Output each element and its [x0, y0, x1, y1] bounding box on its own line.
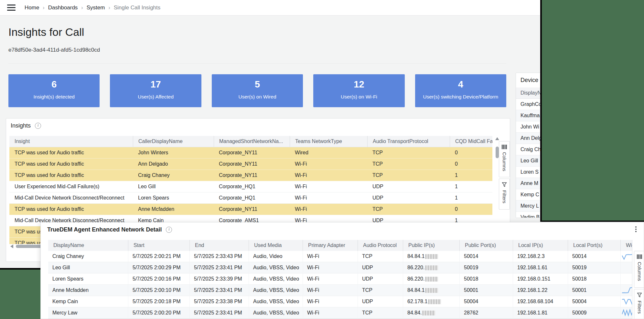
cell: 28762: [459, 307, 513, 319]
column-header[interactable]: Local IP(s): [513, 240, 568, 251]
cell: Corporate_NY11: [214, 170, 290, 181]
scrollbar-thumb[interactable]: [496, 147, 499, 158]
cell: Mercy Law: [48, 307, 128, 319]
column-header[interactable]: CallerDisplayName: [133, 136, 214, 147]
breadcrumb-separator-icon: ›: [81, 5, 83, 11]
column-header[interactable]: Teams NetworkType: [290, 136, 367, 147]
cell: TCP was used for Audio traffic: [9, 159, 133, 170]
column-header[interactable]: CQD MidCall Failu: [450, 136, 492, 147]
cell: UDP: [367, 192, 450, 204]
cell: 5/7/2025 2:33:41 PM: [189, 262, 249, 273]
column-header[interactable]: Audio TransportProtocol: [367, 136, 450, 147]
cell: Craig Chaney: [48, 251, 128, 262]
panel-title: TrueDEM Agent Enhanced Network Detail: [47, 226, 162, 233]
column-header[interactable]: Local Port(s): [568, 240, 620, 251]
cell: User Experienced Mid-Call Failure(s): [9, 181, 133, 192]
table-row[interactable]: Anne Mcfadden5/7/2025 2:00:10 PM5/7/2025…: [48, 285, 632, 296]
cell: UDP: [358, 262, 403, 273]
cell-public-ip: 84.84.1: [403, 251, 459, 262]
table-row[interactable]: Mid-Call Device Network Disconnect/Recon…: [9, 192, 492, 204]
cell: TCP: [367, 170, 450, 181]
panel-header: TrueDEM Agent Enhanced Network Detail i: [47, 226, 172, 233]
cell: Wi-Fi: [290, 192, 367, 204]
cell: Mid-Call Device Network Disconnect/Recon…: [9, 192, 133, 204]
table-row[interactable]: Craig Chaney5/7/2025 2:00:21 PM5/7/2025 …: [48, 251, 632, 262]
column-header[interactable]: Wi-F: [620, 240, 632, 251]
info-icon[interactable]: i: [35, 123, 41, 129]
table-side-rail: Columns Filters: [499, 141, 510, 210]
menu-button[interactable]: [7, 5, 16, 11]
table-row[interactable]: User Experienced Mid-Call Failure(s)Leo …: [9, 181, 492, 192]
info-icon[interactable]: i: [166, 227, 172, 233]
cell: Ann Delgado: [133, 159, 214, 170]
cell: 5/7/2025 2:33:41 PM: [189, 285, 249, 296]
panel-menu-button[interactable]: [632, 225, 640, 233]
cell: 50001: [568, 285, 620, 296]
table-row[interactable]: TCP was used for Audio trafficJohn Winte…: [9, 147, 492, 159]
column-header[interactable]: Audio Protocol: [358, 240, 403, 251]
table-row[interactable]: Kemp Cain5/7/2025 2:00:18 PM5/7/2025 2:3…: [48, 296, 632, 307]
stat-card-value: 6: [8, 78, 100, 90]
wifi-sparkline: [622, 286, 632, 295]
cell: 50009: [568, 307, 620, 319]
column-header[interactable]: DisplayName: [48, 240, 128, 251]
cell: TCP: [358, 285, 403, 296]
table-row[interactable]: TCP was used for Audio trafficCraig Chan…: [9, 170, 492, 181]
cell: Audio, VBSS, Video: [249, 285, 303, 296]
cell: 5/7/2025 2:00:20 PM: [128, 307, 189, 319]
cell: Wi-Fi: [303, 251, 358, 262]
column-header[interactable]: End: [189, 240, 249, 251]
cell: Audio, VBSS, Video: [249, 296, 303, 307]
filters-button-label: Filters: [502, 190, 507, 203]
stat-card: 17User(s) Affected: [110, 74, 201, 107]
cell: Wi-Fi: [290, 159, 367, 170]
breadcrumb-current-page: Single Call Insights: [114, 5, 161, 11]
redacted-ip-pixelation: [425, 265, 438, 270]
columns-icon: [502, 145, 507, 149]
cell: 0: [450, 204, 492, 215]
cell: Anne Mcfadden: [133, 204, 214, 215]
table-row[interactable]: TCP was used for Audio trafficAnn Delgad…: [9, 159, 492, 170]
public-ip-prefix: 84.84.1: [407, 253, 424, 259]
wifi-sparkline: [622, 297, 632, 306]
cell: John Winters: [133, 147, 214, 159]
column-header[interactable]: Public Port(s): [459, 240, 513, 251]
cell: TCP: [367, 159, 450, 170]
cell: Corporate_NY11: [214, 204, 290, 215]
stat-card-value: 4: [415, 78, 506, 90]
cell: Kemp Cain: [48, 296, 128, 307]
column-header[interactable]: Start: [128, 240, 189, 251]
cell-public-ip: 62.178.1: [403, 296, 459, 307]
cell-wifi-sparkline: [620, 262, 632, 273]
table-row[interactable]: TCP was used for Audio trafficAnne Mcfad…: [9, 204, 492, 215]
cell: 192.168.2.3: [513, 251, 568, 262]
cell: 5/7/2025 2:33:41 PM: [189, 307, 249, 319]
cell: 50004: [568, 296, 620, 307]
columns-button[interactable]: Columns: [634, 251, 644, 288]
scroll-left-icon[interactable]: [10, 244, 13, 248]
stat-card-value: 17: [110, 78, 201, 90]
breadcrumb-link[interactable]: Dashboards: [48, 5, 78, 11]
column-header[interactable]: Insight: [9, 136, 133, 147]
stat-cards-row: 6Insight(s) detected17User(s) Affected5U…: [8, 74, 506, 107]
scroll-up-icon[interactable]: [495, 137, 499, 140]
filters-button[interactable]: Filters: [634, 289, 644, 319]
cell: TCP was used for Audio traffic: [9, 170, 133, 181]
redacted-ip-pixelation: [425, 277, 438, 282]
cell: 5/7/2025 2:33:43 PM: [189, 251, 249, 262]
table-row[interactable]: Mercy Law5/7/2025 2:00:20 PM5/7/2025 2:3…: [48, 307, 632, 319]
breadcrumb: Home›Dashboards›System›Single Call Insig…: [25, 5, 160, 11]
column-header[interactable]: Public IP(s): [403, 240, 459, 251]
table-row[interactable]: Leo Gill5/7/2025 2:00:29 PM5/7/2025 2:33…: [48, 262, 632, 273]
cell: Wired: [290, 147, 367, 159]
column-header[interactable]: Primary Adapter: [303, 240, 358, 251]
columns-button[interactable]: Columns: [499, 141, 510, 177]
section-divider: [8, 63, 506, 64]
breadcrumb-link[interactable]: System: [87, 5, 105, 11]
filters-button[interactable]: Filters: [499, 179, 510, 210]
table-row[interactable]: Loren Spears5/7/2025 2:00:16 PM5/7/2025 …: [48, 273, 632, 285]
cell: Wi-Fi: [303, 262, 358, 273]
column-header[interactable]: ManagedShortNetworkNa...: [214, 136, 290, 147]
column-header[interactable]: Used Media: [249, 240, 303, 251]
breadcrumb-link[interactable]: Home: [25, 5, 39, 11]
